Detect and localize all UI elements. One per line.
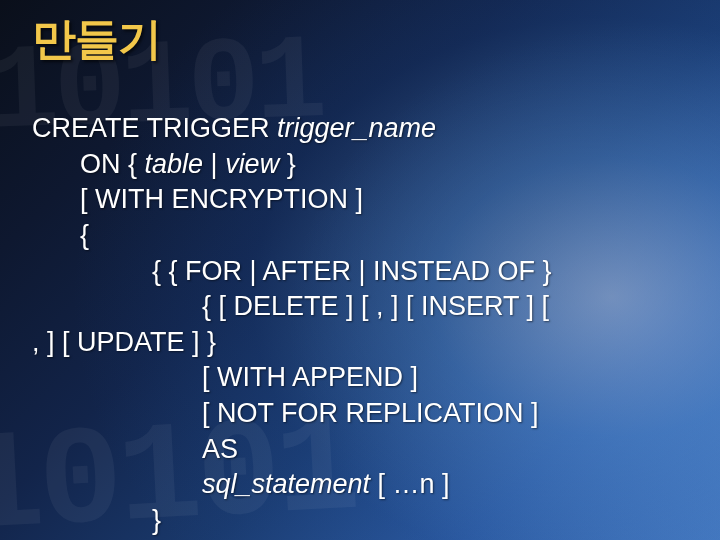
kw: CREATE TRIGGER [32, 113, 277, 143]
syntax-line: [ NOT FOR REPLICATION ] [32, 396, 688, 432]
var-view: view [225, 149, 279, 179]
syntax-line: sql_statement [ …n ] [32, 467, 688, 503]
syntax-line: } [32, 503, 688, 539]
syntax-line: { [ DELETE ] [ , ] [ INSERT ] [ [32, 289, 688, 325]
var-sql-statement: sql_statement [202, 469, 370, 499]
brace: } [279, 149, 296, 179]
syntax-line: [ WITH ENCRYPTION ] [32, 182, 688, 218]
sep: | [203, 149, 225, 179]
slide: 만들기 CREATE TRIGGER trigger_name ON { tab… [0, 0, 720, 540]
opt: [ …n ] [370, 469, 450, 499]
syntax-line: CREATE TRIGGER trigger_name [32, 111, 688, 147]
sql-syntax-block: CREATE TRIGGER trigger_name ON { table |… [32, 111, 688, 540]
syntax-line: ON { table | view } [32, 147, 688, 183]
var-trigger-name: trigger_name [277, 113, 436, 143]
var-table: table [145, 149, 204, 179]
syntax-line: AS [32, 432, 688, 468]
slide-title: 만들기 [32, 10, 688, 69]
syntax-line: { [32, 218, 688, 254]
syntax-line: , ] [ UPDATE ] } [32, 325, 688, 361]
syntax-line: { { FOR | AFTER | INSTEAD OF } [32, 254, 688, 290]
syntax-line: [ WITH APPEND ] [32, 360, 688, 396]
kw: ON { [80, 149, 145, 179]
